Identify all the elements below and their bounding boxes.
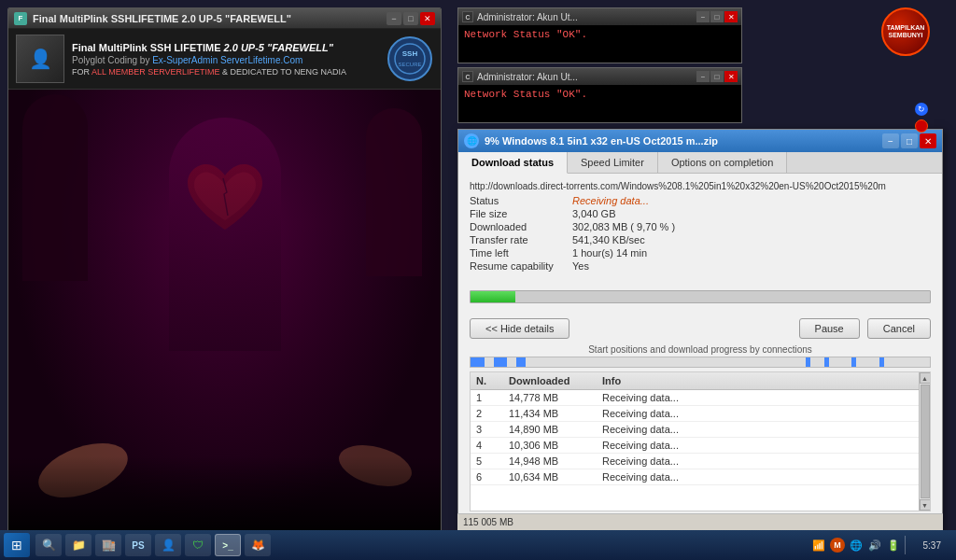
ssh-app-name: Final MultiPlink SSH LIFETIME 2.0 UP-5 "… — [72, 42, 379, 53]
taskbar-firefox-icon: 🦊 — [251, 539, 265, 552]
taskbar-folder-btn[interactable]: 📁 — [65, 534, 91, 556]
tray-vpn-icon[interactable]: M — [830, 538, 845, 553]
torrent-tabs: Download status Speed Limiter Options on… — [458, 152, 942, 174]
connection-progress-bar — [470, 357, 931, 368]
scroll-thumb[interactable] — [921, 385, 930, 498]
tray-network-icon[interactable]: 📶 — [811, 538, 826, 553]
ssh-window-controls: − □ ✕ — [387, 12, 435, 25]
taskbar-search-btn[interactable]: 🔍 — [35, 534, 62, 556]
system-tray: 📶 M 🌐 🔊 🔋 5:37 — [806, 536, 952, 554]
transfer-rate-label: Transfer rate — [470, 234, 572, 245]
admin-icon-1: C — [462, 11, 473, 22]
ssh-background — [8, 90, 441, 531]
ssh-app-icon: F — [14, 12, 27, 25]
taskbar-shield-btn[interactable]: 🛡 — [185, 534, 211, 556]
ssh-close-btn[interactable]: ✕ — [420, 12, 435, 25]
table-row: 410,306 MBReceiving data... — [471, 438, 919, 454]
time-left-value: 1 hour(s) 14 min — [572, 247, 647, 259]
resume-label: Resume capability — [470, 260, 572, 272]
svg-text:SSH: SSH — [402, 49, 418, 58]
resume-row: Resume capability Yes — [470, 260, 931, 272]
file-size-row: File size 3,040 GB — [470, 208, 931, 219]
admin-icon-2: C — [462, 71, 473, 82]
start-button[interactable]: ⊞ — [4, 533, 30, 557]
ssh-titlebar: F Final MultiPlink SSHLIFETIME 2.0 UP-5 … — [8, 8, 441, 29]
taskbar-powershell-btn[interactable]: PS — [125, 534, 151, 556]
resume-value: Yes — [572, 260, 589, 272]
admin-min-2[interactable]: − — [696, 71, 710, 82]
conn-seg-3 — [516, 357, 526, 367]
taskbar-terminal-icon: >_ — [222, 540, 232, 551]
admin-controls-1: − □ ✕ — [696, 11, 738, 22]
admin-close-1[interactable]: ✕ — [724, 11, 738, 22]
taskbar-store-btn[interactable]: 🏬 — [95, 534, 121, 556]
tray-battery-icon[interactable]: 🔋 — [886, 538, 901, 553]
ssh-dedication-link[interactable]: ALL MEMBER SERVERLIFETIME — [91, 67, 220, 77]
taskbar-powershell-icon: PS — [132, 540, 144, 551]
torrent-close-btn[interactable]: ✕ — [920, 133, 936, 148]
ssh-dedication: FOR ALL MEMBER SERVERLIFETIME & DEDICATE… — [72, 67, 379, 77]
network-indicator: ↻ — [915, 103, 928, 116]
taskbar-person-btn[interactable]: 👤 — [155, 534, 181, 556]
status-row: Status Receiving data... — [470, 195, 931, 206]
tray-globe-icon[interactable]: 🌐 — [849, 538, 864, 553]
col-downloaded-header: Downloaded — [509, 375, 602, 386]
admin-titlebar-2: C Administrator: Akun Ut... − □ ✕ — [458, 68, 741, 85]
table-content: N. Downloaded Info 114,778 MBReceiving d… — [471, 372, 919, 511]
file-size-label: File size — [470, 208, 572, 219]
scroll-up-btn[interactable]: ▲ — [920, 372, 931, 384]
taskbar-store-icon: 🏬 — [102, 539, 116, 552]
tab-speed-limiter[interactable]: Speed Limiter — [568, 152, 658, 173]
hide-details-button[interactable]: << Hide details — [470, 318, 569, 339]
admin-max-1[interactable]: □ — [710, 11, 724, 22]
tab-download-status[interactable]: Download status — [458, 152, 568, 174]
torrent-maximize-btn[interactable]: □ — [901, 133, 918, 148]
file-size-value: 3,040 GB — [572, 208, 615, 219]
taskbar-terminal-btn[interactable]: >_ — [215, 534, 241, 556]
taskbar-folder-icon: 📁 — [72, 539, 86, 552]
time-left-label: Time left — [470, 247, 572, 259]
tray-volume-icon[interactable]: 🔊 — [867, 538, 882, 553]
torrent-titlebar: 🌐 9% Windows 8.1 5in1 x32 en-US Oct2015 … — [458, 130, 942, 152]
tab-options-on-completion[interactable]: Options on completion — [658, 152, 787, 173]
tray-separator — [905, 536, 906, 554]
ssh-maximize-btn[interactable]: □ — [403, 12, 418, 25]
status-label: Status — [470, 195, 572, 206]
table-header: N. Downloaded Info — [471, 372, 919, 390]
conn-bar-label: Start positions and download progress by… — [458, 344, 942, 355]
ssh-tagline-link[interactable]: Ex-SuperAdmin ServerLifetime.Com — [152, 55, 302, 65]
admin-window-1: C Administrator: Akun Ut... − □ ✕ Networ… — [457, 7, 742, 63]
ssh-header-info: Final MultiPlink SSH LIFETIME 2.0 UP-5 "… — [72, 42, 379, 77]
admin-titlebar-1: C Administrator: Akun Ut... − □ ✕ — [458, 8, 741, 25]
transfer-rate-value: 541,340 KB/sec — [572, 234, 645, 245]
table-row: 314,890 MBReceiving data... — [471, 422, 919, 438]
admin-max-2[interactable]: □ — [710, 71, 724, 82]
ssh-minimize-btn[interactable]: − — [387, 12, 401, 25]
admin-close-2[interactable]: ✕ — [724, 71, 738, 82]
admin-window-2: C Administrator: Akun Ut... − □ ✕ Networ… — [457, 67, 742, 123]
table-row: 114,778 MBReceiving data... — [471, 390, 919, 406]
ssh-window-title: Final MultiPlink SSHLIFETIME 2.0 UP-5 "F… — [33, 13, 291, 24]
torrent-window: 🌐 9% Windows 8.1 5in1 x32 en-US Oct2015 … — [457, 129, 943, 547]
taskbar-search-icon: 🔍 — [42, 539, 56, 552]
admin-title-2: Administrator: Akun Ut... — [477, 72, 578, 82]
ssh-logo: SSH SECURE — [387, 35, 433, 82]
pause-button[interactable]: Pause — [799, 318, 860, 339]
ssh-content — [8, 90, 441, 531]
avatar-image: 👤 — [17, 35, 63, 82]
admin-controls-2: − □ ✕ — [696, 71, 738, 82]
taskbar-firefox-btn[interactable]: 🦊 — [245, 534, 271, 556]
taskbar: ⊞ 🔍 📁 🏬 PS 👤 🛡 >_ 🦊 📶 M 🌐 🔊 🔋 5:37 — [0, 530, 956, 560]
admin-min-1[interactable]: − — [696, 11, 710, 22]
conn-seg-1 — [471, 357, 485, 367]
connections-table: N. Downloaded Info 114,778 MBReceiving d… — [470, 371, 931, 511]
scroll-down-btn[interactable]: ▼ — [920, 499, 931, 511]
system-clock: 5:37 — [909, 540, 947, 551]
downloaded-value: 302,083 MB ( 9,70 % ) — [572, 221, 675, 232]
cancel-button[interactable]: Cancel — [867, 318, 931, 339]
torrent-minimize-btn[interactable]: − — [882, 133, 899, 148]
svg-text:SECURE: SECURE — [398, 62, 421, 67]
table-scrollbar[interactable]: ▲ ▼ — [919, 372, 930, 511]
admin-content-1: Network Status "OK". — [458, 25, 741, 44]
col-n-header: N. — [476, 375, 509, 386]
